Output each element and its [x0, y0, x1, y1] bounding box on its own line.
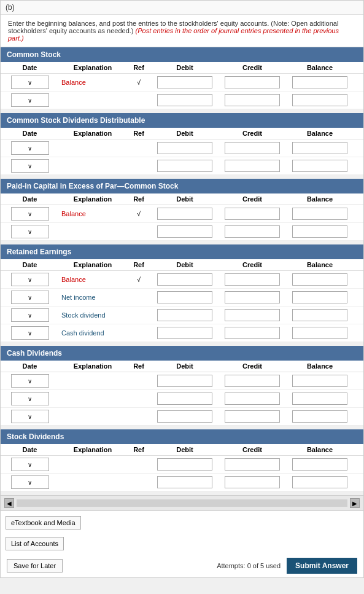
balance-input-3-0[interactable] — [292, 273, 347, 286]
col-header-debit-3: Debit — [151, 261, 219, 268]
credit-input-5-0[interactable] — [225, 458, 280, 471]
credit-input-5-1[interactable] — [225, 476, 280, 488]
date-dropdown-3-3[interactable]: ∨ — [11, 326, 49, 340]
debit-input-1-0[interactable] — [157, 142, 212, 154]
cell-date-0-1: ∨ — [1, 93, 59, 107]
data-row-3-3: ∨Cash dividend — [1, 324, 363, 342]
credit-input-2-1[interactable] — [225, 225, 280, 238]
date-dropdown-3-0[interactable]: ∨ — [11, 273, 49, 286]
balance-input-3-2[interactable] — [292, 309, 347, 321]
credit-input-4-1[interactable] — [225, 393, 280, 405]
credit-input-3-2[interactable] — [225, 309, 280, 321]
debit-input-5-0[interactable] — [157, 458, 212, 471]
credit-input-3-1[interactable] — [225, 291, 280, 303]
debit-input-0-1[interactable] — [157, 94, 212, 106]
credit-input-0-1[interactable] — [225, 94, 280, 106]
dropdown-arrow: ∨ — [28, 163, 32, 170]
col-header-balance-0: Balance — [286, 64, 354, 71]
date-dropdown-0-0[interactable]: ∨ — [11, 76, 49, 89]
debit-input-0-0[interactable] — [157, 76, 212, 88]
date-dropdown-3-1[interactable]: ∨ — [11, 291, 49, 304]
scroll-track[interactable] — [17, 499, 347, 507]
date-dropdown-3-2[interactable]: ∨ — [11, 308, 49, 322]
date-dropdown-4-0[interactable]: ∨ — [11, 374, 49, 388]
balance-input-1-1[interactable] — [292, 160, 347, 172]
balance-input-0-1[interactable] — [292, 94, 347, 106]
credit-input-4-2[interactable] — [225, 410, 280, 423]
debit-input-2-0[interactable] — [157, 208, 212, 220]
balance-input-5-0[interactable] — [292, 458, 347, 471]
balance-input-4-0[interactable] — [292, 375, 347, 387]
credit-input-2-0[interactable] — [225, 208, 280, 220]
col-header-debit-1: Debit — [151, 130, 219, 137]
etextbook-button[interactable]: eTextbook and Media — [6, 516, 81, 530]
save-later-button[interactable]: Save for Later — [7, 559, 63, 573]
cell-balance-4-1 — [286, 393, 354, 405]
date-dropdown-4-2[interactable]: ∨ — [11, 410, 49, 423]
col-header-balance-2: Balance — [286, 195, 354, 203]
balance-input-4-1[interactable] — [292, 393, 347, 405]
debit-input-4-1[interactable] — [157, 393, 212, 405]
cell-balance-3-0 — [286, 273, 354, 286]
date-dropdown-2-1[interactable]: ∨ — [11, 225, 49, 238]
credit-input-4-0[interactable] — [225, 375, 280, 387]
balance-input-1-0[interactable] — [292, 142, 347, 154]
debit-input-3-3[interactable] — [157, 327, 212, 339]
cell-credit-2-1 — [219, 225, 286, 238]
date-dropdown-5-1[interactable]: ∨ — [11, 475, 49, 489]
debit-input-5-1[interactable] — [157, 476, 212, 488]
cell-credit-3-2 — [219, 309, 286, 321]
debit-input-3-0[interactable] — [157, 273, 212, 286]
cell-explanation-3-2: Stock dividend — [59, 311, 126, 319]
scroll-left-arrow[interactable]: ◀ — [4, 498, 14, 508]
debit-input-1-1[interactable] — [157, 160, 212, 172]
data-row-4-0: ∨ — [1, 372, 363, 390]
data-row-4-2: ∨ — [1, 408, 363, 426]
credit-input-3-3[interactable] — [225, 327, 280, 339]
cell-credit-3-3 — [219, 327, 286, 339]
dropdown-arrow: ∨ — [28, 145, 32, 152]
explanation-text-3-3: Cash dividend — [61, 329, 104, 337]
dropdown-arrow: ∨ — [28, 378, 32, 385]
date-dropdown-0-1[interactable]: ∨ — [11, 93, 49, 107]
cell-balance-3-3 — [286, 327, 354, 339]
list-accounts-button[interactable]: List of Accounts — [6, 537, 64, 550]
credit-input-1-1[interactable] — [225, 160, 280, 172]
cell-credit-2-0 — [219, 208, 286, 220]
credit-input-1-0[interactable] — [225, 142, 280, 154]
balance-input-2-1[interactable] — [292, 225, 347, 238]
data-row-3-1: ∨Net income — [1, 289, 363, 307]
date-dropdown-1-0[interactable]: ∨ — [11, 141, 49, 155]
col-header-date-0: Date — [1, 64, 59, 71]
credit-input-0-0[interactable] — [225, 76, 280, 88]
cell-debit-2-0 — [151, 208, 219, 220]
date-dropdown-2-0[interactable]: ∨ — [11, 207, 49, 221]
cell-ref-2-0: √ — [126, 210, 151, 217]
debit-input-3-1[interactable] — [157, 291, 212, 303]
submit-button[interactable]: Submit Answer — [287, 558, 357, 574]
section-header-2: Paid-in Capital in Excess of Par—Common … — [1, 179, 363, 193]
cell-balance-2-1 — [286, 225, 354, 238]
balance-input-5-1[interactable] — [292, 476, 347, 488]
credit-input-3-0[interactable] — [225, 273, 280, 286]
cell-date-4-0: ∨ — [1, 374, 59, 388]
page-wrapper: (b) Enter the beginning balances, and po… — [0, 0, 364, 578]
dropdown-arrow: ∨ — [28, 396, 32, 402]
scroll-right-arrow[interactable]: ▶ — [350, 498, 360, 508]
dropdown-arrow: ∨ — [28, 229, 32, 235]
balance-input-0-0[interactable] — [292, 76, 347, 88]
date-dropdown-1-1[interactable]: ∨ — [11, 159, 49, 173]
balance-input-3-3[interactable] — [292, 327, 347, 339]
balance-input-3-1[interactable] — [292, 291, 347, 303]
cell-explanation-3-0: Balance — [59, 276, 126, 283]
debit-input-2-1[interactable] — [157, 225, 212, 238]
debit-input-4-2[interactable] — [157, 410, 212, 423]
date-dropdown-5-0[interactable]: ∨ — [11, 458, 49, 471]
balance-input-4-2[interactable] — [292, 410, 347, 423]
cell-debit-4-2 — [151, 410, 219, 423]
debit-input-3-2[interactable] — [157, 309, 212, 321]
cell-debit-3-3 — [151, 327, 219, 339]
balance-input-2-0[interactable] — [292, 208, 347, 220]
date-dropdown-4-1[interactable]: ∨ — [11, 392, 49, 405]
debit-input-4-0[interactable] — [157, 375, 212, 387]
